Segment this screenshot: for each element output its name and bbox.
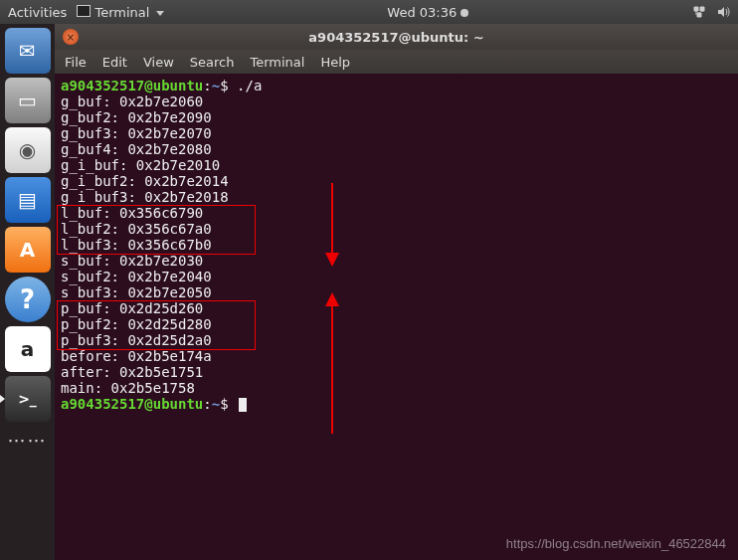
files-icon: ▭	[18, 89, 37, 112]
thunderbird-launcher[interactable]: ✉	[5, 28, 51, 74]
prompt-user: a904352517@ubuntu	[61, 78, 203, 93]
rhythmbox-icon: ◉	[19, 138, 36, 162]
out-line: s_buf3: 0x2b7e2050	[61, 284, 732, 300]
out-line: g_buf2: 0x2b7e2090	[61, 109, 732, 125]
rhythmbox-launcher[interactable]: ◉	[5, 127, 51, 173]
clock[interactable]: Wed 03:36	[164, 5, 692, 20]
libreoffice-writer-launcher[interactable]: ▤	[5, 177, 51, 223]
out-line: p_buf3: 0x2d25d2a0	[61, 332, 732, 348]
prompt-sep1: :	[203, 78, 211, 93]
menu-search[interactable]: Search	[190, 55, 235, 70]
prompt-line-1: a904352517@ubuntu:~$ ./a	[61, 78, 732, 93]
speaker-icon[interactable]	[716, 5, 730, 19]
prompt-sep1: :	[203, 396, 211, 412]
window-title: a904352517@ubuntu: ~	[55, 30, 738, 45]
terminal-body[interactable]: a904352517@ubuntu:~$ ./a g_buf: 0x2b7e20…	[55, 74, 738, 560]
out-line: p_buf2: 0x2d25d280	[61, 316, 732, 332]
out-line: main: 0x2b5e1758	[61, 380, 732, 396]
out-line: before: 0x2b5e174a	[61, 348, 732, 364]
prompt-path: ~	[212, 396, 220, 412]
help-launcher[interactable]: ?	[5, 277, 51, 322]
out-line: l_buf: 0x356c6790	[61, 205, 732, 221]
amazon-icon: a	[21, 337, 35, 361]
amazon-launcher[interactable]: a	[5, 326, 51, 372]
out-line: l_buf2: 0x356c67a0	[61, 221, 732, 237]
menu-file[interactable]: File	[65, 55, 87, 70]
terminal-icon: >_	[18, 391, 37, 407]
out-line: g_i_buf: 0x2b7e2010	[61, 157, 732, 173]
out-line: s_buf2: 0x2b7e2040	[61, 269, 732, 284]
watermark: https://blog.csdn.net/weixin_46522844	[506, 536, 726, 552]
out-line: after: 0x2b5e1751	[61, 364, 732, 380]
work-area: ✉ ▭ ◉ ▤ A ? a >_ ⋯⋯ × a904352517@ubuntu:…	[0, 24, 738, 560]
prompt-line-2: a904352517@ubuntu:~$	[61, 396, 732, 412]
menu-edit[interactable]: Edit	[102, 55, 127, 70]
out-line: g_buf3: 0x2b7e2070	[61, 125, 732, 141]
terminal-small-icon	[77, 5, 91, 17]
show-applications-icon[interactable]: ⋯⋯	[8, 430, 48, 451]
cursor	[239, 398, 247, 412]
thunderbird-icon: ✉	[19, 39, 36, 63]
prompt-sep2: $	[220, 78, 237, 93]
prompt-path: ~	[212, 78, 220, 93]
typed-command: ./a	[237, 78, 262, 93]
help-icon: ?	[20, 284, 35, 314]
out-line: g_buf: 0x2b7e2060	[61, 93, 732, 109]
app-menu[interactable]: Terminal	[77, 5, 163, 20]
out-line: p_buf: 0x2d25d260	[61, 300, 732, 316]
menu-view[interactable]: View	[143, 55, 174, 70]
menu-terminal[interactable]: Terminal	[250, 55, 304, 70]
title-bar[interactable]: × a904352517@ubuntu: ~	[55, 24, 738, 50]
ubuntu-software-icon: A	[20, 238, 35, 262]
activities-button[interactable]: Activities	[8, 5, 67, 20]
app-menu-label: Terminal	[94, 5, 149, 20]
libreoffice-writer-icon: ▤	[18, 188, 37, 212]
notification-dot-icon	[461, 9, 468, 17]
menu-help[interactable]: Help	[320, 55, 350, 70]
out-line: s_buf: 0x2b7e2030	[61, 253, 732, 269]
ubuntu-software-launcher[interactable]: A	[5, 227, 51, 273]
files-launcher[interactable]: ▭	[5, 78, 51, 123]
out-line: g_buf4: 0x2b7e2080	[61, 141, 732, 157]
clock-label: Wed 03:36	[387, 5, 457, 20]
prompt-user: a904352517@ubuntu	[61, 396, 203, 412]
chevron-down-icon	[156, 11, 164, 16]
menu-bar: File Edit View Search Terminal Help	[55, 50, 738, 74]
out-line: g_i_buf3: 0x2b7e2018	[61, 189, 732, 205]
out-line: l_buf3: 0x356c67b0	[61, 237, 732, 253]
terminal-launcher[interactable]: >_	[5, 376, 51, 422]
terminal-window: × a904352517@ubuntu: ~ File Edit View Se…	[55, 24, 738, 560]
network-icon[interactable]	[692, 5, 706, 19]
gnome-top-bar: Activities Terminal Wed 03:36	[0, 0, 738, 24]
prompt-sep2: $	[220, 396, 237, 412]
out-line: g_i_buf2: 0x2b7e2014	[61, 173, 732, 189]
launcher-dock: ✉ ▭ ◉ ▤ A ? a >_ ⋯⋯	[0, 24, 55, 560]
